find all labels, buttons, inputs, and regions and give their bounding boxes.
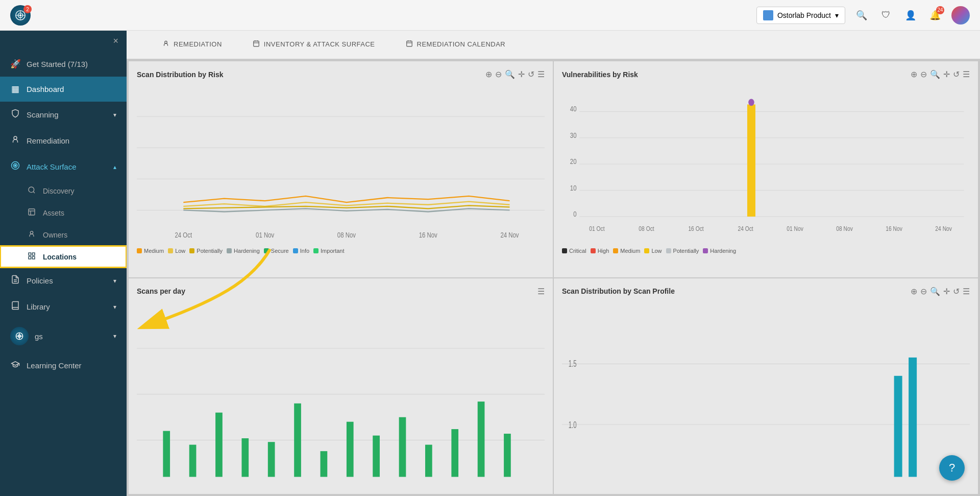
sidebar-item-learning-center[interactable]: Learning Center bbox=[0, 352, 127, 379]
legend-label-info: Info bbox=[300, 248, 309, 254]
reset-icon-sp[interactable]: ↺ bbox=[953, 287, 960, 296]
close-sidebar-button[interactable]: × bbox=[113, 36, 118, 46]
topbar: Ostorlab Product ▾ 🔍 🛡 👤 🔔 24 bbox=[0, 0, 980, 31]
svg-rect-68 bbox=[215, 412, 223, 477]
svg-line-10 bbox=[33, 192, 35, 193]
settings-avatar bbox=[10, 327, 29, 345]
sidebar-item-policies[interactable]: Policies ▾ bbox=[0, 268, 127, 294]
content-area: Remediation Inventory & Attack Surface R… bbox=[127, 31, 980, 496]
shield-icon[interactable]: 🛡 bbox=[878, 7, 894, 23]
chart-controls-spd: ☰ bbox=[537, 287, 545, 296]
tab-inventory[interactable]: Inventory & Attack Surface bbox=[237, 31, 390, 59]
sidebar-item-dashboard[interactable]: ▦ Dashboard bbox=[0, 77, 127, 102]
menu-icon-spd[interactable]: ☰ bbox=[537, 287, 545, 296]
move-icon[interactable]: ✛ bbox=[518, 69, 525, 79]
chart-scans-per-day: Scans per day ☰ bbox=[129, 278, 553, 494]
sidebar: × 🚀 Get Started (7/13) ▦ Dashboard Scann… bbox=[0, 31, 127, 496]
zoom-out-icon[interactable]: ⊖ bbox=[495, 69, 502, 79]
sidebar-item-assets[interactable]: Assets bbox=[0, 202, 127, 224]
contact-icon[interactable]: 👤 bbox=[902, 7, 919, 23]
legend-label-hardening-v: Hardening bbox=[710, 248, 736, 254]
legend-potentially: Potentially bbox=[189, 248, 223, 254]
legend-dot-potentially bbox=[189, 248, 194, 253]
legend-dot-secure bbox=[264, 248, 269, 253]
legend-label-secure: Secure bbox=[271, 248, 289, 254]
svg-text:01 Nov: 01 Nov bbox=[787, 225, 803, 232]
sidebar-item-remediation[interactable]: Remediation bbox=[0, 128, 127, 154]
reset-icon[interactable]: ↺ bbox=[528, 69, 534, 79]
reset-icon[interactable]: ↺ bbox=[953, 69, 960, 79]
legend-label-medium: Medium bbox=[144, 248, 164, 254]
sidebar-item-attack-surface[interactable]: Attack Surface ▴ bbox=[0, 154, 127, 180]
zoom-out-icon-sp[interactable]: ⊖ bbox=[920, 287, 927, 296]
svg-text:08 Oct: 08 Oct bbox=[639, 225, 654, 232]
sidebar-item-label: Get Started (7/13) bbox=[27, 60, 88, 68]
help-button[interactable]: ? bbox=[939, 455, 965, 481]
dashboard-icon: ▦ bbox=[10, 84, 20, 95]
svg-text:10: 10 bbox=[570, 183, 577, 192]
zoom-out-icon[interactable]: ⊖ bbox=[920, 69, 927, 79]
svg-rect-73 bbox=[347, 421, 354, 477]
chart-scan-profile-header: Scan Distribution by Scan Profile ⊕ ⊖ 🔍 … bbox=[562, 287, 970, 296]
tab-calendar-label: Remediation Calendar bbox=[417, 40, 506, 48]
dashboard-grid: Scan Distribution by Risk ⊕ ⊖ 🔍 ✛ ↺ ☰ bbox=[127, 59, 980, 496]
svg-text:16 Oct: 16 Oct bbox=[688, 225, 704, 232]
sidebar-item-label: Policies bbox=[27, 276, 53, 285]
policies-icon bbox=[10, 275, 20, 287]
menu-icon[interactable]: ☰ bbox=[537, 69, 545, 79]
vulnerabilities-svg: 0 10 20 30 40 bbox=[562, 85, 970, 242]
zoom-in-icon[interactable]: ⊕ bbox=[911, 69, 917, 79]
sidebar-item-owners[interactable]: Owners bbox=[0, 224, 127, 246]
svg-rect-71 bbox=[294, 403, 301, 477]
sidebar-item-settings[interactable]: 2 gs ▾ bbox=[0, 320, 127, 352]
svg-rect-18 bbox=[32, 256, 35, 259]
sidebar-item-label: Assets bbox=[43, 209, 64, 217]
legend-dot-info bbox=[293, 248, 298, 253]
svg-rect-72 bbox=[321, 451, 328, 477]
zoom-icon[interactable]: 🔍 bbox=[930, 69, 940, 79]
notification-icon[interactable]: 🔔 24 bbox=[927, 7, 943, 23]
sidebar-item-get-started[interactable]: 🚀 Get Started (7/13) bbox=[0, 52, 127, 77]
chart-scan-profile-title: Scan Distribution by Scan Profile bbox=[562, 287, 675, 295]
tab-remediation[interactable]: Remediation bbox=[147, 31, 237, 59]
sidebar-item-label: Learning Center bbox=[27, 361, 82, 370]
product-selector[interactable]: Ostorlab Product ▾ bbox=[756, 7, 845, 24]
legend-label-potentially: Potentially bbox=[197, 248, 223, 254]
svg-point-14 bbox=[30, 231, 33, 234]
scans-per-day-area bbox=[137, 302, 545, 486]
move-icon[interactable]: ✛ bbox=[943, 69, 950, 79]
search-icon[interactable]: 🔍 bbox=[853, 7, 870, 23]
svg-point-9 bbox=[29, 187, 34, 193]
svg-point-5 bbox=[14, 136, 17, 139]
chart-scan-distribution-title: Scan Distribution by Risk bbox=[137, 70, 224, 79]
legend-label-important: Important bbox=[321, 248, 344, 254]
move-icon-sp[interactable]: ✛ bbox=[943, 287, 950, 296]
svg-rect-78 bbox=[478, 401, 485, 477]
tab-calendar[interactable]: Remediation Calendar bbox=[390, 31, 521, 59]
sidebar-item-scanning[interactable]: Scanning ▾ bbox=[0, 102, 127, 128]
legend-info: Info bbox=[293, 248, 309, 254]
legend-medium: Medium bbox=[137, 248, 164, 254]
main-layout: × 🚀 Get Started (7/13) ▦ Dashboard Scann… bbox=[0, 31, 980, 496]
svg-rect-77 bbox=[451, 429, 458, 477]
zoom-icon-sp[interactable]: 🔍 bbox=[930, 287, 940, 296]
calendar-tab-icon bbox=[406, 40, 413, 49]
chart-controls-sp: ⊕ ⊖ 🔍 ✛ ↺ ☰ bbox=[911, 287, 970, 296]
menu-icon[interactable]: ☰ bbox=[963, 69, 970, 79]
legend-dot-hardening-v bbox=[703, 248, 708, 253]
legend-label-potentially-v: Potentially bbox=[673, 248, 699, 254]
zoom-in-icon-sp[interactable]: ⊕ bbox=[911, 287, 917, 296]
remediation-tab-icon bbox=[162, 40, 169, 49]
svg-rect-74 bbox=[373, 435, 380, 477]
sidebar-item-locations[interactable]: Locations bbox=[0, 246, 127, 268]
nav-tabs: Remediation Inventory & Attack Surface R… bbox=[127, 31, 980, 59]
sidebar-item-library[interactable]: Library ▾ bbox=[0, 294, 127, 320]
sidebar-item-discovery[interactable]: Discovery bbox=[0, 180, 127, 202]
legend-dot-medium bbox=[137, 248, 142, 253]
zoom-in-icon[interactable]: ⊕ bbox=[485, 69, 492, 79]
product-label: Ostorlab Product bbox=[777, 11, 831, 19]
scanning-icon bbox=[10, 109, 20, 121]
menu-icon-sp[interactable]: ☰ bbox=[963, 287, 970, 296]
avatar[interactable] bbox=[951, 6, 970, 25]
zoom-icon[interactable]: 🔍 bbox=[505, 69, 515, 79]
